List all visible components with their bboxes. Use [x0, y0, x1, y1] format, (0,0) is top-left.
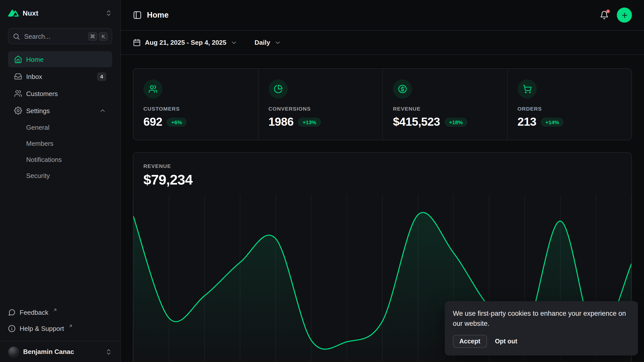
pie-chart-icon — [268, 79, 288, 99]
sidebar-subitem-general[interactable]: General — [8, 120, 112, 135]
help-support-link[interactable]: Help & Support — [8, 321, 112, 336]
sidebar-item-settings[interactable]: Settings — [8, 103, 112, 119]
users-icon — [14, 89, 22, 98]
stat-card-conversions[interactable]: CONVERSIONS 1986 +13% — [258, 69, 382, 140]
revenue-chart-header: REVENUE $79,234 — [133, 153, 631, 188]
top-navbar: Home — [121, 0, 644, 31]
sidebar-item-label: Inbox — [26, 73, 42, 80]
kbd-k: K — [99, 32, 108, 40]
stat-delta-badge: +13% — [298, 117, 321, 126]
cookie-accept-button[interactable]: Accept — [453, 335, 487, 348]
date-range-picker[interactable]: Aug 21, 2025 - Sep 4, 2025 — [133, 38, 237, 47]
sidebar-item-inbox[interactable]: Inbox 4 — [8, 68, 112, 84]
chevrons-up-down-icon — [105, 10, 112, 17]
inbox-count-badge: 4 — [97, 72, 106, 81]
feedback-label: Feedback — [20, 308, 48, 316]
search-shortcut: ⌘ K — [88, 32, 108, 40]
chevron-up-icon — [99, 107, 106, 114]
user-avatar — [8, 346, 19, 357]
chevron-down-icon — [230, 39, 237, 46]
workspace-switcher[interactable]: Nuxt — [0, 0, 120, 26]
sidebar-subitem-security[interactable]: Security — [8, 168, 112, 183]
notifications-button[interactable] — [600, 11, 609, 20]
sidebar-subitem-members[interactable]: Members — [8, 136, 112, 151]
kbd-cmd: ⌘ — [88, 32, 97, 40]
stat-value: 1986 — [268, 115, 294, 129]
filters-toolbar: Aug 21, 2025 - Sep 4, 2025 Daily — [121, 31, 644, 55]
nuxt-logo-icon — [8, 10, 19, 17]
sidebar-item-home[interactable]: Home — [8, 51, 112, 67]
stat-delta-badge: +6% — [167, 117, 187, 126]
sidebar-subitem-label: Security — [26, 172, 50, 179]
stat-delta-badge: +18% — [445, 117, 467, 126]
sidebar-nav: Home Inbox 4 Customers Settings General … — [0, 51, 120, 183]
shopping-cart-icon — [517, 79, 537, 99]
workspace-name: Nuxt — [23, 9, 38, 17]
dollar-circle-icon — [393, 79, 412, 99]
sidebar-subitem-notifications[interactable]: Notifications — [8, 152, 112, 167]
external-link-icon — [53, 307, 57, 312]
stat-card-customers[interactable]: CUSTOMERS 692 +6% — [133, 69, 258, 140]
external-link-icon — [68, 324, 73, 328]
navbar-actions — [600, 8, 632, 23]
stat-card-revenue[interactable]: REVENUE $415,523 +18% — [382, 69, 507, 140]
granularity-select[interactable]: Daily — [255, 39, 281, 46]
sidebar-item-customers[interactable]: Customers — [8, 85, 112, 102]
notification-dot — [606, 10, 610, 13]
stat-value: 213 — [517, 115, 536, 129]
stat-label: ORDERS — [517, 106, 621, 112]
users-icon — [143, 79, 163, 99]
stat-label: REVENUE — [393, 106, 497, 112]
user-menu[interactable]: Benjamin Canac — [0, 341, 120, 362]
cookie-optout-button[interactable]: Opt out — [495, 338, 517, 345]
stat-value: 692 — [143, 115, 162, 129]
page-title: Home — [147, 11, 169, 20]
help-icon — [8, 325, 16, 332]
stat-label: CUSTOMERS — [143, 106, 248, 112]
inbox-icon — [14, 72, 22, 80]
stat-delta-badge: +14% — [541, 117, 564, 126]
plus-icon — [621, 11, 628, 19]
home-icon — [14, 55, 22, 63]
sidebar-spacer — [0, 183, 120, 305]
search-placeholder: Search... — [24, 32, 50, 40]
chevrons-up-down-icon — [105, 348, 112, 355]
stat-card-orders[interactable]: ORDERS 213 +14% — [507, 69, 631, 140]
chevron-down-icon — [274, 39, 281, 46]
feedback-link[interactable]: Feedback — [8, 305, 112, 320]
sidebar-item-label: Customers — [26, 90, 58, 97]
sidebar-footer: Feedback Help & Support — [0, 305, 120, 338]
sidebar-subitem-label: General — [26, 123, 50, 131]
panel-left-icon[interactable] — [133, 11, 142, 20]
search-icon — [13, 32, 20, 40]
sidebar-subitem-label: Members — [26, 140, 53, 147]
feedback-icon — [8, 308, 16, 316]
search-input[interactable]: Search... ⌘ K — [8, 28, 112, 44]
settings-icon — [14, 107, 22, 115]
calendar-icon — [133, 38, 141, 47]
cookie-banner: We use first-party cookies to enhance yo… — [445, 301, 638, 355]
sidebar-subitem-label: Notifications — [26, 156, 62, 163]
cookie-actions: Accept Opt out — [453, 335, 630, 348]
revenue-value: $79,234 — [143, 172, 621, 188]
sidebar-item-label: Home — [26, 56, 44, 63]
help-support-label: Help & Support — [20, 325, 64, 332]
stat-label: CONVERSIONS — [268, 106, 372, 112]
granularity-label: Daily — [255, 39, 270, 46]
stat-value: $415,523 — [393, 115, 440, 129]
create-new-button[interactable] — [617, 8, 632, 23]
date-range-label: Aug 21, 2025 - Sep 4, 2025 — [145, 39, 226, 46]
stats-cards: CUSTOMERS 692 +6% CONVERSIONS 1986 +13% — [133, 68, 632, 140]
revenue-label: REVENUE — [143, 163, 621, 169]
user-name: Benjamin Canac — [23, 348, 74, 355]
sidebar-item-label: Settings — [26, 107, 50, 114]
app-window: Nuxt Search... ⌘ K Home Inbox 4 Cu — [0, 0, 644, 362]
cookie-message: We use first-party cookies to enhance yo… — [453, 309, 630, 329]
sidebar: Nuxt Search... ⌘ K Home Inbox 4 Cu — [0, 0, 121, 362]
